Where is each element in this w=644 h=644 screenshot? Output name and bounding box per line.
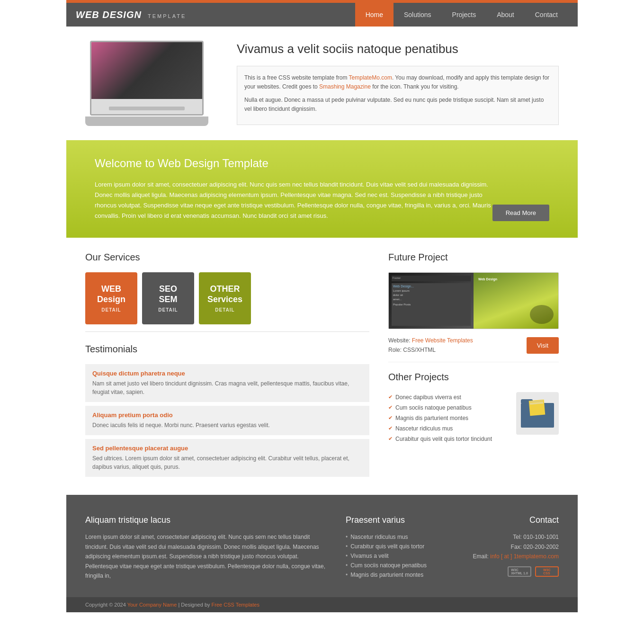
other-projects-content: Donec dapibus viverra est Cum sociis nat…	[388, 392, 559, 444]
project-info: Website: Free Website Templates Role: CS…	[388, 336, 559, 362]
read-more-button[interactable]: Read More	[492, 205, 549, 221]
email-label: Email:	[473, 553, 489, 560]
templatemo-link[interactable]: TemplateMo.com	[349, 74, 392, 81]
service-seo-detail: DETAIL	[158, 307, 178, 313]
project-info-text: Website: Free Website Templates Role: CS…	[388, 336, 473, 354]
other-projects-section: Other Projects Donec dapibus viverra est…	[388, 372, 559, 444]
footer-col1-body: Lorem ipsum dolor sit amet, consectetuer…	[85, 532, 331, 581]
other-project-4: Nascetur ridiculus mus	[388, 423, 509, 434]
future-project-section: Future Project Footer Web Design... Lore…	[388, 252, 559, 481]
footer-col1: Aliquam tristique lacus Lorem ipsum dolo…	[85, 515, 331, 581]
welcome-section: Welcome to Web Design Template Lorem ips…	[66, 140, 578, 238]
service-card-seo[interactable]: SEOSEM DETAIL	[142, 272, 194, 324]
footer-item-5: Magnis dis parturient montes	[346, 570, 450, 580]
other-project-2: Cum sociis natoque penatibus	[388, 402, 509, 413]
website-label: Website:	[388, 337, 410, 344]
footer-item-3: Vivamus a velit	[346, 551, 450, 561]
hero-title: Vivamus a velit sociis natoque penatibus	[237, 42, 559, 56]
header: WEB DESIGN TEMPLATE Home Solutions Proje…	[66, 3, 578, 27]
logo: WEB DESIGN TEMPLATE	[76, 9, 355, 20]
testimonial-2: Aliquam pretium porta odio Donec iaculis…	[85, 406, 369, 435]
hero-content: Vivamus a velit sociis natoque penatibus…	[218, 42, 559, 125]
service-web-detail: DETAIL	[101, 307, 121, 313]
smashing-link[interactable]: Smashing Magazine	[319, 83, 371, 90]
footer-fax: Fax: 020-200-2002	[464, 542, 559, 552]
xhtml-badge: W3CXHTML 1.0	[508, 566, 531, 577]
logo-sub: TEMPLATE	[148, 13, 186, 19]
section-divider	[66, 495, 578, 499]
service-other-detail: DETAIL	[215, 307, 234, 313]
footer-col1-heading: Aliquam tristique lacus	[85, 515, 331, 525]
footer-col2-list: Nascetur ridiculus mus Curabitur quis ve…	[346, 532, 450, 580]
nav-contact[interactable]: Contact	[525, 3, 568, 27]
role-value: CSS/XHTML	[403, 347, 436, 353]
testimonial-1-title[interactable]: Quisque dictum pharetra neque	[92, 370, 362, 377]
free-css-link[interactable]: Free CSS Templates	[212, 602, 259, 608]
website-link[interactable]: Free Website Templates	[412, 337, 473, 344]
footer-email-line: Email: info [ at ] 1templatemo.com	[464, 552, 559, 561]
welcome-title: Welcome to Web Design Template	[95, 157, 549, 170]
designed-by: | Designed by	[178, 602, 210, 608]
testimonials-heading: Testimonials	[85, 344, 369, 355]
other-project-1: Donec dapibus viverra est	[388, 392, 509, 402]
other-projects-heading: Other Projects	[388, 372, 559, 383]
project-website-line: Website: Free Website Templates	[388, 336, 473, 345]
testimonial-3-body: Sed ultrices. Lorem ipsum dolor sit amet…	[92, 454, 362, 471]
testimonial-2-title[interactable]: Aliquam pretium porta odio	[92, 411, 362, 419]
service-card-web[interactable]: WEBDesign DETAIL	[85, 272, 137, 324]
services-heading: Our Services	[85, 252, 369, 263]
nav-about[interactable]: About	[486, 3, 525, 27]
hero-image	[85, 41, 218, 126]
service-seo-title: SEOSEM	[159, 284, 177, 304]
our-services-section: Our Services WEBDesign DETAIL SEOSEM DET…	[85, 252, 369, 481]
other-project-3: Magnis dis parturient montes	[388, 413, 509, 423]
service-web-title: WEBDesign	[97, 284, 125, 304]
welcome-body: Lorem ipsum dolor sit amet, consectetuer…	[95, 179, 502, 221]
hero-para2: Nulla et augue. Donec a massa ut pede pu…	[244, 96, 551, 114]
footer: Aliquam tristique lacus Lorem ipsum dolo…	[66, 499, 578, 597]
testimonial-3: Sed pellentesque placerat augue Sed ultr…	[85, 439, 369, 477]
service-card-other[interactable]: OTHERServices DETAIL	[199, 272, 251, 324]
testimonial-3-title[interactable]: Sed pellentesque placerat augue	[92, 445, 362, 452]
project-image: Footer Web Design... Lorem ipsumdolor si…	[388, 272, 559, 329]
testimonial-1: Quisque dictum pharetra neque Nam sit am…	[85, 364, 369, 402]
services-row: Our Services WEBDesign DETAIL SEOSEM DET…	[66, 238, 578, 495]
logo-main: WEB DESIGN	[76, 9, 142, 20]
company-link[interactable]: Your Company Name	[127, 602, 177, 608]
main-nav: Home Solutions Projects About Contact	[355, 3, 568, 27]
nav-projects[interactable]: Projects	[442, 3, 487, 27]
footer-tel: Tel: 010-100-1001	[464, 532, 559, 542]
folder-graphic	[516, 392, 559, 435]
other-project-5: Curabitur quis velit quis tortor tincidu…	[388, 434, 509, 444]
service-other-title: OTHERServices	[207, 284, 242, 304]
testimonials-section: Testimonials Quisque dictum pharetra neq…	[85, 344, 369, 477]
testimonial-1-body: Nam sit amet justo vel libero tincidunt …	[92, 379, 362, 396]
role-label: Role:	[388, 347, 402, 353]
nav-home[interactable]: Home	[355, 3, 394, 27]
hero-box: This is a free CSS website template from…	[237, 66, 559, 125]
email-link[interactable]: info [ at ] 1templatemo.com	[490, 553, 559, 560]
footer-col3-heading: Contact	[464, 515, 559, 525]
footer-item-4: Cum sociis natoque penatibus	[346, 561, 450, 570]
footer-col2: Praesent varius Nascetur ridiculus mus C…	[346, 515, 450, 581]
future-project-heading: Future Project	[388, 252, 559, 263]
css-badge: W3CCSS	[535, 566, 559, 577]
footer-col3: Contact Tel: 010-100-1001 Fax: 020-200-2…	[464, 515, 559, 581]
copyright-text: Copyright © 2024	[85, 602, 126, 608]
footer-item-2: Curabitur quis velit quis tortor	[346, 542, 450, 551]
testimonial-2-body: Donec iaculis felis id neque. Morbi nunc…	[92, 421, 362, 429]
footer-bottom: Copyright © 2024 Your Company Name | Des…	[66, 597, 578, 612]
laptop-graphic	[90, 41, 204, 116]
other-projects-list: Donec dapibus viverra est Cum sociis nat…	[388, 392, 509, 444]
visit-button[interactable]: Visit	[527, 337, 559, 354]
hero-para1: This is a free CSS website template from…	[244, 73, 551, 91]
hero-section: Vivamus a velit sociis natoque penatibus…	[66, 27, 578, 140]
footer-badges: W3CXHTML 1.0 W3CCSS	[464, 566, 559, 577]
project-role-line: Role: CSS/XHTML	[388, 346, 473, 355]
service-cards-container: WEBDesign DETAIL SEOSEM DETAIL OTHERServ…	[85, 272, 369, 324]
nav-solutions[interactable]: Solutions	[394, 3, 442, 27]
footer-item-1: Nascetur ridiculus mus	[346, 532, 450, 542]
footer-col2-heading: Praesent varius	[346, 515, 450, 525]
